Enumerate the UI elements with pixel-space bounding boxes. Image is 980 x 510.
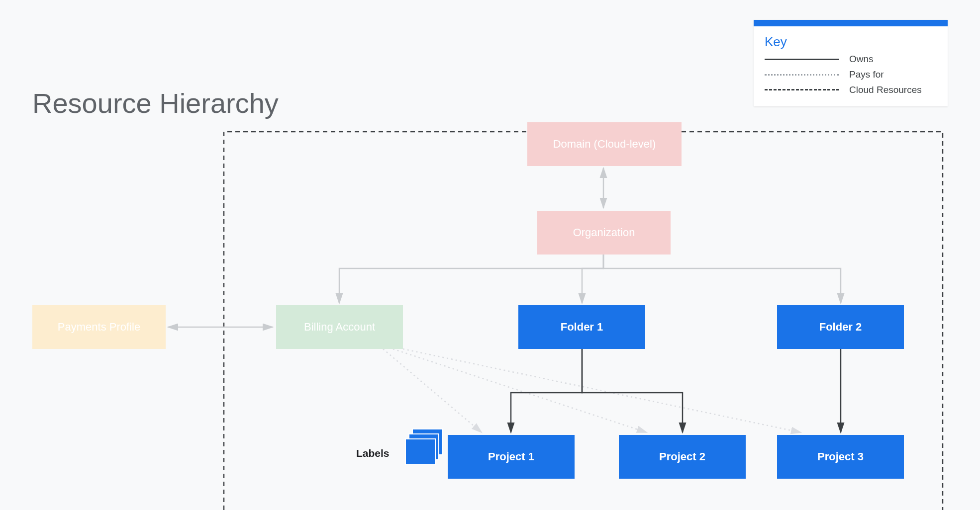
node-project-3: Project 3	[777, 435, 904, 479]
legend-label: Cloud Resources	[849, 85, 922, 96]
legend-row-cloudres: Cloud Resources	[765, 85, 937, 96]
node-project-2: Project 2	[619, 435, 746, 479]
legend-row-paysfor: Pays for	[765, 69, 937, 81]
line-dashed-icon	[765, 89, 839, 90]
svg-line-3	[393, 349, 647, 432]
line-solid-icon	[765, 59, 839, 60]
node-project-1: Project 1	[448, 435, 575, 479]
page-title: Resource Hierarchy	[32, 87, 279, 119]
legend-label: Pays for	[849, 69, 884, 81]
node-billing-account: Billing Account	[276, 305, 403, 349]
node-domain: Domain (Cloud-level)	[527, 122, 682, 166]
node-organization: Organization	[537, 211, 671, 255]
labels-stack-icon	[405, 428, 441, 464]
legend-panel: Key Owns Pays for Cloud Resources	[754, 20, 948, 106]
line-dotted-icon	[765, 74, 839, 76]
node-folder-2: Folder 2	[777, 305, 904, 349]
svg-line-4	[403, 349, 801, 432]
legend-label: Owns	[849, 54, 874, 65]
legend-accent-bar	[754, 20, 948, 26]
node-folder-1: Folder 1	[518, 305, 645, 349]
legend-title: Key	[765, 34, 937, 50]
svg-line-2	[383, 349, 482, 432]
node-payments-profile: Payments Profile	[32, 305, 166, 349]
labels-text: Labels	[356, 447, 390, 459]
legend-row-owns: Owns	[765, 54, 937, 65]
